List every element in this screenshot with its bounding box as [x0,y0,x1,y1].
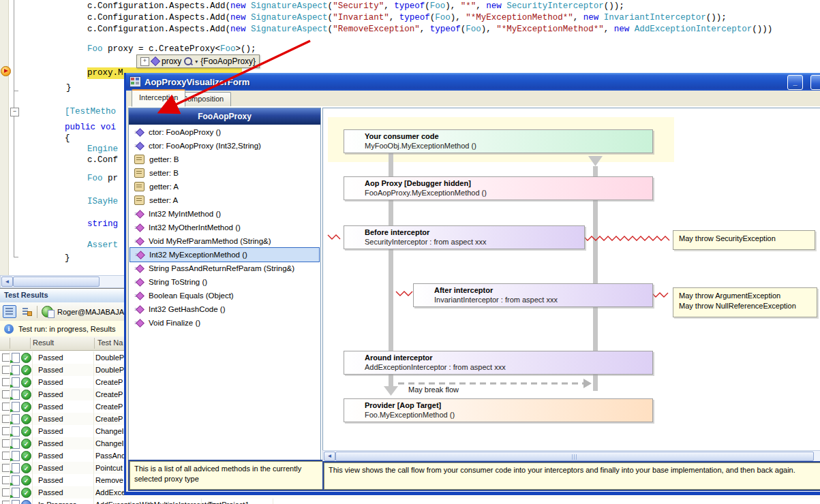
result-cell: Passed [38,488,63,497]
list-item-5[interactable]: setter: A [130,193,320,207]
list-item-14[interactable]: ≡Void Finalize () [130,316,320,330]
break-flow-label: May break flow [408,385,459,394]
box-subtitle: Foo.MyExceptionMethod () [365,411,455,419]
exception-note-1: May throw ArgumentExceptionMay throw Nul… [673,287,817,317]
test-name-cell: DoubleP [95,353,124,362]
list-item-selected[interactable]: ≡Int32 MyExceptionMethod () [130,247,320,262]
test-name-cell: AddExceptionWithMultipleInterceptors [95,501,216,504]
test-detail-icon[interactable] [12,475,20,486]
test-detail-icon[interactable] [12,414,20,424]
test-detail-icon[interactable] [12,500,20,504]
method-icon: ≡ [134,319,144,327]
passed-icon [21,365,31,375]
list-item-13[interactable]: ≡Int32 GetHashCode () [130,302,320,316]
list-item-6[interactable]: ≡Int32 MyIntMethod () [130,207,320,221]
debugger-datatip[interactable]: + proxy ▾ {FooAopProxy} [136,54,260,68]
passed-icon [21,402,31,412]
test-detail-icon[interactable] [12,488,20,498]
filter-list-icon[interactable] [20,306,33,317]
column-result[interactable]: Result [33,338,54,347]
magnifier-icon[interactable] [184,57,192,65]
result-cell: Passed [38,353,63,362]
expand-icon[interactable]: + [140,57,149,66]
scroll-left-button[interactable]: ◄ [1,277,13,287]
test-detail-icon[interactable] [12,426,20,437]
passed-icon [21,426,31,437]
code-line-1: c.Configuration.Aspects.Add(new Signatur… [87,12,727,24]
list-item-11[interactable]: ≡String ToString () [130,275,320,289]
code-fragment-8: string [87,219,118,230]
property-icon [134,155,145,164]
list-item-8[interactable]: ≡Void MyRefParamMethod (String&) [130,234,320,248]
visualizer-dropdown-icon[interactable]: ▾ [195,59,198,65]
method-list: ≡ctor: FooAopProxy ()≡ctor: FooAopProxy … [129,125,320,462]
test-detail-icon[interactable] [12,402,20,412]
window-titlebar[interactable]: AopProxyVisualizerForm _ [126,73,820,91]
result-cell: Passed [38,464,63,472]
up-arrowhead [588,156,603,166]
call-flow-diagram: Your consumer codeMyFooObj.MyExceptionMe… [322,108,820,451]
around-interceptor-box: Around interceptorAddExceptionIntercepto… [344,351,653,375]
info-icon: i [4,324,14,334]
passed-icon [21,451,31,461]
test-run-icon[interactable] [42,306,53,317]
test-run-status-text: Test run: in progress, Results [18,325,115,333]
proxy-type-header: FooAopProxy [129,108,320,125]
test-detail-icon[interactable] [12,390,20,400]
list-item-4[interactable]: getter: A [130,180,320,193]
test-run-user[interactable]: Roger@MAJABAJA [57,308,124,316]
variable-icon [151,57,160,66]
group-by-icon[interactable] [3,305,16,318]
code-line-2: c.Configuration.Aspects.Add(new Signatur… [87,24,772,35]
test-detail-icon[interactable] [12,451,20,461]
test-detail-icon[interactable] [12,463,20,473]
list-item-10[interactable]: ≡String PassAndReturnRefParam (String&) [130,262,320,275]
test-name-cell: PassAnd [95,452,125,460]
box-title: Before interceptor [365,228,429,236]
minimize-button[interactable]: _ [787,75,803,90]
code-fragment-3: { [65,133,70,144]
list-item-3[interactable]: setter: B [130,166,320,180]
box-title: Provider [Aop Target] [365,401,441,409]
list-item-12[interactable]: ≡Boolean Equals (Object) [130,289,320,302]
result-cell: Passed [38,427,63,435]
test-detail-icon[interactable] [12,353,20,363]
list-item-1[interactable]: ≡ctor: FooAopProxy (Int32,String) [130,139,320,153]
maximize-button[interactable] [810,75,820,90]
fold-margin-line [14,0,14,257]
list-description-note: This is a list of all adviced methods in… [130,461,324,490]
scroll-thumb[interactable] [13,277,100,287]
result-cell: In Progress [38,501,76,504]
editor-hscrollbar[interactable]: ◄ [0,275,132,288]
diagram-hscrollbar[interactable]: ◄ [322,450,820,462]
list-item-7[interactable]: ≡Int32 MyOtherIntMethod () [130,221,320,234]
box-subtitle: AddExceptionInterceptor : from aspect xx… [365,363,506,371]
box-subtitle: MyFooObj.MyExceptionMethod () [365,142,476,150]
box-title: Around interceptor [365,353,433,362]
scroll-left-button[interactable]: ◄ [324,452,335,461]
property-icon [134,182,145,191]
test-detail-icon[interactable] [12,377,20,388]
test-name-cell: Remove [95,476,123,484]
code-fragment-1: [TestMetho [65,106,116,118]
list-item-0[interactable]: ≡ctor: FooAopProxy () [130,125,320,139]
before-interceptor-box: Before interceptorSecurityInterceptor : … [344,225,585,249]
method-icon: ≡ [134,223,144,232]
scroll-thumb[interactable] [335,452,814,461]
passed-icon [21,353,31,363]
test-row-12[interactable]: In ProgressAddExceptionWithMultipleInter… [0,499,820,504]
result-cell: Passed [38,439,63,447]
test-detail-icon[interactable] [12,365,20,375]
list-item-2[interactable]: getter: B [130,153,320,166]
result-cell: Passed [38,476,63,484]
tab-interception[interactable]: Interception [132,89,185,107]
exception-note-0: May throw SecurityException [673,230,815,250]
column-test-name[interactable]: Test Na [97,338,123,347]
property-icon [134,195,145,205]
screenshot-root: − c.Configuration.Aspects.Add(new Signat… [0,0,820,504]
box-subtitle: SecurityInterceptor : from aspect xxx [365,238,487,246]
provider-box: Provider [Aop Target]Foo.MyExceptionMeth… [344,398,653,422]
test-name-cell: CreateP [95,390,123,398]
test-detail-icon[interactable] [12,439,20,449]
collapse-toggle-icon[interactable]: − [10,108,19,116]
